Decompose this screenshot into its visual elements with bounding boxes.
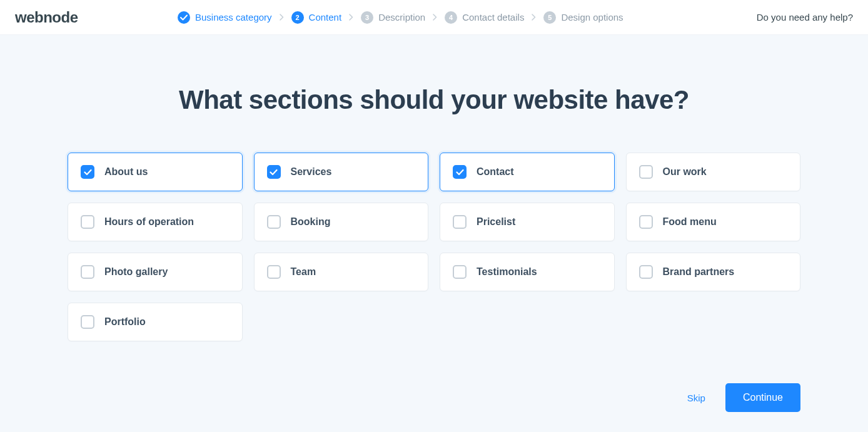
section-card[interactable]: Photo gallery <box>68 253 243 291</box>
chevron-right-icon <box>280 13 284 23</box>
section-card[interactable]: Pricelist <box>440 203 615 241</box>
continue-button[interactable]: Continue <box>725 383 800 412</box>
wizard-step[interactable]: 2Content <box>291 11 342 24</box>
help-link[interactable]: Do you need any help? <box>757 12 853 23</box>
checkbox-icon <box>81 265 94 279</box>
checkbox-icon <box>81 315 94 329</box>
checkbox-icon <box>453 165 467 179</box>
checkbox-icon <box>267 265 281 279</box>
checkbox-icon <box>81 215 94 229</box>
step-check-icon <box>178 11 190 24</box>
header: webnode Business category2Content3Descri… <box>0 0 868 35</box>
footer-actions: Skip Continue <box>687 383 800 412</box>
step-label: Content <box>309 12 342 23</box>
section-label: Brand partners <box>663 266 735 278</box>
step-number-icon: 4 <box>445 11 457 24</box>
checkbox-icon <box>639 165 653 179</box>
section-label: Portfolio <box>104 316 146 328</box>
section-card[interactable]: Hours of operation <box>68 203 243 241</box>
step-number-icon: 5 <box>543 11 556 24</box>
wizard-steps: Business category2Content3Description4Co… <box>178 11 757 24</box>
section-card[interactable]: Services <box>254 153 429 191</box>
section-card[interactable]: Our work <box>626 153 801 191</box>
step-label: Description <box>378 12 425 23</box>
step-number-icon: 3 <box>361 11 373 24</box>
section-card[interactable]: About us <box>68 153 243 191</box>
checkbox-icon <box>81 165 94 179</box>
step-label: Business category <box>195 12 272 23</box>
wizard-step[interactable]: Business category <box>178 11 272 24</box>
section-label: Team <box>291 266 316 278</box>
section-label: Photo gallery <box>104 266 168 278</box>
section-label: Our work <box>663 166 707 178</box>
section-label: Services <box>291 166 332 178</box>
section-card[interactable]: Brand partners <box>626 253 801 291</box>
section-card[interactable]: Food menu <box>626 203 801 241</box>
chevron-right-icon <box>349 13 353 23</box>
wizard-step[interactable]: 3Description <box>361 11 425 24</box>
section-card[interactable]: Booking <box>254 203 429 241</box>
checkbox-icon <box>453 215 467 229</box>
checkbox-icon <box>453 265 467 279</box>
section-label: Contact <box>477 166 514 178</box>
section-label: Pricelist <box>477 216 515 228</box>
section-label: Hours of operation <box>104 216 194 228</box>
wizard-step[interactable]: 5Design options <box>543 11 623 24</box>
section-card[interactable]: Portfolio <box>68 303 243 341</box>
step-number-icon: 2 <box>291 11 304 24</box>
chevron-right-icon <box>433 13 437 23</box>
section-label: About us <box>104 166 148 178</box>
main-content: What sections should your website have? … <box>0 35 868 341</box>
section-label: Booking <box>291 216 331 228</box>
skip-button[interactable]: Skip <box>687 393 705 403</box>
section-card[interactable]: Team <box>254 253 429 291</box>
checkbox-icon <box>639 215 653 229</box>
section-card[interactable]: Testimonials <box>440 253 615 291</box>
wizard-step[interactable]: 4Contact details <box>445 11 524 24</box>
checkbox-icon <box>639 265 653 279</box>
logo: webnode <box>15 9 178 26</box>
section-card[interactable]: Contact <box>440 153 615 191</box>
step-label: Contact details <box>462 12 524 23</box>
step-label: Design options <box>561 12 623 23</box>
chevron-right-icon <box>532 13 536 23</box>
section-label: Food menu <box>663 216 717 228</box>
checkbox-icon <box>267 215 281 229</box>
checkbox-icon <box>267 165 281 179</box>
page-title: What sections should your website have? <box>68 85 800 115</box>
section-label: Testimonials <box>477 266 537 278</box>
sections-grid: About usServicesContactOur workHours of … <box>68 153 800 341</box>
